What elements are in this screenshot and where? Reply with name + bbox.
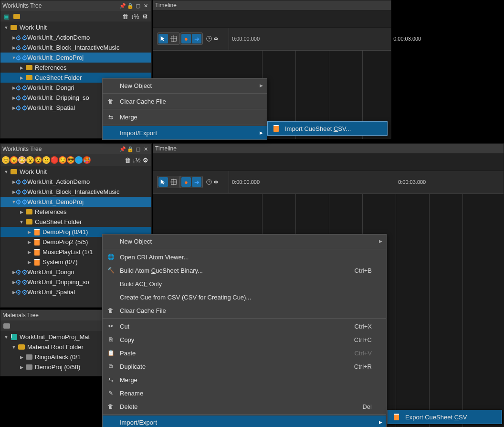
menu-item[interactable]: Import/Export▶ [103, 126, 267, 139]
expander-icon[interactable]: ▶ [26, 259, 32, 265]
face-icon-3[interactable]: 😳 [18, 156, 26, 164]
new-folder-button[interactable] [12, 12, 21, 21]
expander-icon[interactable]: ▼ [11, 344, 17, 350]
expander-icon[interactable]: ▼ [3, 25, 9, 31]
tree-item[interactable]: ▶⚙⚙WorkUnit_ActionDemo [0, 32, 151, 43]
close-icon[interactable]: ✕ [142, 2, 149, 10]
face-icon-9[interactable]: 😎 [67, 156, 74, 164]
tree-item[interactable]: ▶References [0, 207, 151, 217]
pin-icon[interactable]: 📌 [119, 145, 126, 153]
pin-icon[interactable]: 📌 [119, 2, 126, 10]
new-unit-button[interactable]: ▣ [2, 12, 11, 21]
menu-item[interactable]: 🌐Open CRI Atom Viewer... [103, 250, 386, 264]
expander-icon[interactable]: ▼ [19, 219, 24, 225]
tree-item-label: CueSheet Folder [35, 74, 82, 81]
tree-item[interactable]: ▼Work Unit [0, 167, 151, 177]
crop-tool-button[interactable] [169, 177, 178, 187]
link-button[interactable] [212, 34, 219, 43]
tree-item[interactable]: ▶References [0, 63, 151, 73]
expander-icon[interactable]: ▶ [19, 65, 24, 71]
face-icon-5[interactable]: 😵 [34, 156, 42, 164]
record-button[interactable]: ● [181, 34, 191, 43]
expander-icon[interactable]: ▶ [19, 75, 24, 81]
expander-icon[interactable]: ▼ [3, 334, 9, 340]
clock-button[interactable] [206, 34, 212, 43]
tree-item[interactable]: ▶⚙⚙WorkUnit_Block_IntaractiveMusic [0, 43, 151, 53]
face-icon-2[interactable]: 😠 [10, 156, 18, 164]
menu-shortcut: Ctrl+C [354, 336, 372, 343]
face-icon-1[interactable]: 😊 [2, 156, 10, 164]
timeline-ruler[interactable]: 0:00:00.000 0:00:03.000 0:00:06.000 [229, 171, 504, 193]
import-submenu-top[interactable]: Import CueSheet CSV... [267, 121, 388, 136]
menu-item[interactable]: Create Cue from CSV (CSV for Creating Cu… [103, 290, 386, 304]
tree-node-icon [33, 238, 41, 246]
face-icon-11[interactable]: 🥵 [83, 156, 91, 164]
trash-button[interactable]: 🗑 [123, 156, 132, 164]
menu-item[interactable]: ✂CutCtrl+X [103, 320, 386, 333]
tree-node-icon: ⚙⚙ [18, 198, 25, 206]
menu-item-icon [106, 81, 115, 90]
import-cuesheet-csv-item[interactable]: Import CueSheet CSV... [268, 122, 387, 135]
maximize-icon[interactable]: ▢ [134, 145, 142, 153]
record-button[interactable]: ● [181, 177, 191, 187]
tree-item[interactable]: ▼⚙⚙WorkUnit_DemoProj [0, 53, 151, 63]
tree-item[interactable]: ▼⚙⚙WorkUnit_DemoProj [0, 197, 151, 207]
menu-item[interactable]: 🗑Clear Cache File [103, 95, 267, 108]
settings-button[interactable]: ⚙ [141, 12, 149, 21]
tree-item-label: WorkUnit_ActionDemo [27, 34, 90, 41]
tree-node-icon: ⚙⚙ [18, 94, 25, 102]
expander-icon[interactable]: ▶ [26, 239, 32, 245]
menu-item[interactable]: 🗑DeleteDel [103, 400, 386, 413]
export-cuesheet-csv-item[interactable]: Export CueSheet CSV [388, 410, 502, 424]
export-submenu-bottom[interactable]: Export CueSheet CSV [388, 410, 502, 424]
menu-item[interactable]: ⎘CopyCtrl+C [103, 333, 386, 346]
expander-icon[interactable]: ▶ [19, 209, 24, 215]
face-icon-6[interactable]: 😐 [42, 156, 50, 164]
tree-item[interactable]: ▼Work Unit [0, 22, 151, 32]
face-icon-4[interactable]: 😮 [26, 156, 34, 164]
expander-icon[interactable]: ▶ [26, 229, 32, 235]
tree-item[interactable]: ▶⚙⚙WorkUnit_ActionDemo [0, 177, 151, 187]
tree-item-label: System (0/7) [42, 258, 78, 266]
menu-item[interactable]: ⧉DuplicateCtrl+R [103, 360, 386, 373]
menu-item[interactable]: ✎Rename [103, 386, 386, 400]
crop-tool-button[interactable] [169, 34, 178, 43]
timeline-ruler[interactable]: 0:00:00.000 0:00:03.000 [229, 28, 421, 50]
tree-node-icon [25, 218, 33, 226]
expander-icon[interactable]: ▼ [3, 169, 9, 175]
context-menu-bottom[interactable]: New Object▶🌐Open CRI Atom Viewer...🔨Buil… [102, 234, 387, 427]
expander-icon[interactable]: ▶ [26, 249, 32, 255]
menu-item[interactable]: 🔨Build Atom CueSheet Binary...Ctrl+B [103, 264, 386, 277]
arrow-tool-button[interactable] [158, 34, 168, 43]
next-button[interactable]: ➔ [192, 177, 201, 187]
tree-item[interactable]: ▼CueSheet Folder [0, 217, 151, 227]
context-menu-top[interactable]: New Object▶🗑Clear Cache File⇆MergeImport… [102, 78, 267, 140]
menu-item-icon [106, 237, 115, 246]
menu-item[interactable]: New Object▶ [103, 79, 267, 92]
menu-item[interactable]: 🗑Clear Cache File [103, 304, 386, 317]
menu-item[interactable]: New Object▶ [103, 235, 386, 248]
link-button[interactable] [212, 177, 219, 187]
maximize-icon[interactable]: ▢ [134, 2, 142, 10]
menu-label: Import CueSheet CSV... [285, 125, 373, 132]
face-icon-7[interactable]: 🔴 [51, 156, 58, 164]
next-button[interactable]: ➔ [192, 34, 201, 43]
sort-button[interactable]: ↓½ [132, 156, 141, 164]
tree-node-icon: i [10, 333, 18, 341]
face-icon-10[interactable]: 🌐 [75, 156, 83, 164]
face-icon-8[interactable]: 😏 [59, 156, 66, 164]
lock-icon[interactable]: 🔒 [126, 145, 134, 153]
new-folder-button[interactable] [2, 321, 11, 330]
clock-button[interactable] [206, 177, 212, 187]
close-icon[interactable]: ✕ [142, 145, 149, 153]
lock-icon[interactable]: 🔒 [126, 2, 134, 10]
expander-icon[interactable]: ▶ [19, 354, 24, 360]
arrow-tool-button[interactable] [158, 177, 168, 187]
trash-button[interactable]: 🗑 [121, 12, 129, 21]
sort-button[interactable]: ↓½ [131, 12, 139, 21]
menu-item[interactable]: Import/Export▶ [103, 416, 386, 427]
tree-item[interactable]: ▶⚙⚙WorkUnit_Block_IntaractiveMusic [0, 187, 151, 197]
submenu-arrow-icon: ▶ [260, 83, 263, 88]
settings-button[interactable]: ⚙ [141, 156, 150, 164]
expander-icon[interactable]: ▶ [19, 364, 24, 370]
